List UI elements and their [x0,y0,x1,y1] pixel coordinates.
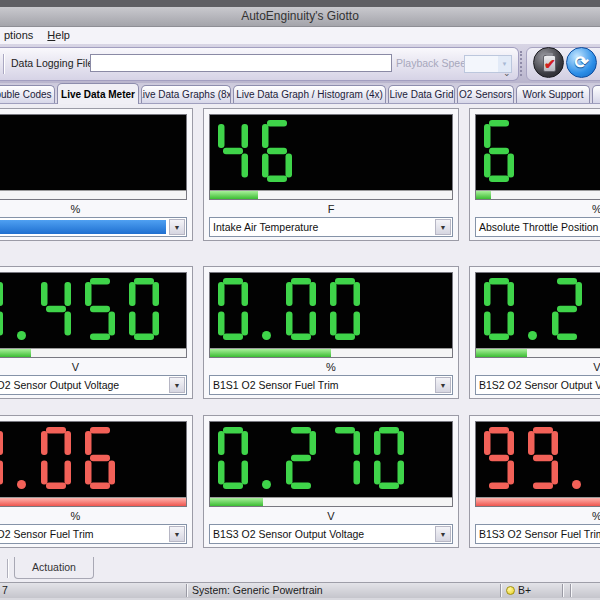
chevron-down-icon[interactable]: ▼ [435,219,451,235]
channel-select-value: B1S2 O2 Sensor Fuel Trim [0,528,93,540]
channel-select-value: B1S1 O2 Sensor Fuel Trim [213,379,338,391]
meter-panel: %B1S2 O2 Sensor Fuel Trim▼ [0,415,193,548]
meter-display [209,114,453,200]
window-top-edge [0,0,600,7]
meter-progress-track [476,190,600,199]
meter-panel: %B1S3 O2 Sensor Fuel Trim▼ [469,415,600,548]
seven-segment-value [484,427,596,489]
toolbar-grip-handle[interactable] [520,51,522,76]
meter-display [475,272,600,358]
chevron-down-icon[interactable]: ▼ [169,526,185,542]
seven-segment-value [218,120,306,182]
tab-live-data-graph-histogram-4x-[interactable]: Live Data Graph / Histogram (4x) [233,85,386,103]
meter-progress-fill [476,349,527,357]
tab-work-support[interactable]: Work Support [516,85,590,103]
meter-panel: VB1S1 O2 Sensor Output Voltage▼ [0,266,193,399]
meter-unit-label: % [0,509,187,524]
tab-live-data-grid[interactable]: Live Data Grid [388,85,455,103]
chevron-down-icon[interactable]: ▼ [169,377,185,393]
channel-select[interactable]: Intake Air Temperature▼ [209,217,453,237]
chevron-down-icon[interactable]: ▼ [435,377,451,393]
chevron-down-icon[interactable]: ▼ [435,526,451,542]
meter-progress-track [210,497,452,506]
data-logging-file-label: Data Logging File [11,57,93,69]
meter-unit-label: % [475,509,600,524]
meter-panel: %▼ [0,108,193,241]
seven-segment-value [218,278,374,340]
meter-progress-track [210,348,452,357]
meter-unit-label: V [0,360,187,375]
tab-live-data-meter[interactable]: Live Data Meter [57,83,139,104]
status-separator [186,584,187,597]
seven-segment-value [0,278,173,340]
channel-select[interactable]: Absolute Throttle Position▼ [475,217,600,237]
channel-select[interactable]: ▼ [0,217,187,237]
menu-bar: ptionsHelp [0,27,600,44]
status-separator [500,584,501,597]
meter-display [0,114,187,200]
refresh-sync-icon[interactable]: ⟳ [566,47,597,78]
meter-progress-fill [210,498,263,506]
selection-highlight [0,220,166,234]
tab-bar: Trouble CodesLive Data MeterLive Data Gr… [0,83,600,104]
tab-actuation[interactable]: Actuation [14,557,94,579]
window-title: AutoEnginuity's Giotto [241,9,359,23]
meter-display [0,421,187,507]
clipboard-check-icon[interactable]: ✔ [533,47,564,78]
meter-panel: %B1S1 O2 Sensor Fuel Trim▼ [203,266,459,399]
meter-progress-track [476,348,600,357]
toolbar-overflow-chevron-icon[interactable]: ⌄ [503,68,511,78]
channel-select[interactable]: B1S3 O2 Sensor Fuel Trim▼ [475,524,600,544]
status-bar: 7 System: Generic Powertrain B+ [0,582,600,598]
meter-panel: VB1S3 O2 Sensor Output Voltage▼ [203,415,459,548]
menu-item-ptions[interactable]: ptions [0,27,40,44]
live-data-meter-page: %▼FIntake Air Temperature▼%Absolute Thro… [0,104,600,557]
meter-display [475,114,600,200]
meter-display [475,421,600,507]
chevron-down-icon[interactable]: ▼ [169,219,185,235]
status-left-text: 7 [2,584,8,596]
meter-progress-fill [476,498,600,506]
bottom-tab-separator [7,559,8,578]
channel-select[interactable]: B1S3 O2 Sensor Output Voltage▼ [209,524,453,544]
channel-select-value: Intake Air Temperature [213,221,318,233]
meter-display [209,421,453,507]
tab-o2-sensors[interactable]: O2 Sensors [457,85,514,103]
meter-progress-fill [476,191,491,199]
status-system-text: System: Generic Powertrain [192,584,323,596]
meter-progress-track [0,497,186,506]
meter-progress-fill [0,498,186,506]
tab-trouble-codes[interactable]: Trouble Codes [0,85,55,103]
meter-progress-track [0,348,186,357]
channel-select-value: B1S3 O2 Sensor Output Voltage [213,528,364,540]
meter-panel: VB1S2 O2 Sensor Output Voltage▼ [469,266,600,399]
meter-progress-fill [210,191,258,199]
meter-progress-track [0,190,186,199]
toolbar-separator [3,54,4,74]
channel-select-value: B1S1 O2 Sensor Output Voltage [0,379,119,391]
channel-select[interactable]: B1S1 O2 Sensor Fuel Trim▼ [209,375,453,395]
status-separator [570,584,571,597]
battery-label: B+ [518,584,531,596]
meter-unit-label: V [209,509,453,524]
channel-select[interactable]: B1S1 O2 Sensor Output Voltage▼ [0,375,187,395]
red-check-glyph: ✔ [544,56,556,72]
title-bar: AutoEnginuity's Giotto [0,7,600,27]
data-logging-file-input[interactable] [90,54,392,72]
channel-select-value: Absolute Throttle Position [479,221,598,233]
app-window: AutoEnginuity's Giotto ptionsHelp Data L… [0,0,600,600]
meter-progress-fill [210,349,331,357]
meter-unit-label: % [475,202,600,217]
seven-segment-value [218,427,418,489]
meter-panel: %Absolute Throttle Position▼ [469,108,600,241]
channel-select[interactable]: B1S2 O2 Sensor Output Voltage▼ [475,375,600,395]
meter-unit-label: F [209,202,453,217]
meter-unit-label: % [0,202,187,217]
menu-item-help[interactable]: Help [40,27,77,44]
meter-display [0,272,187,358]
tab-live-data-graphs-8x-[interactable]: Live Data Graphs (8x) [141,85,231,103]
playback-speed-label: Playback Speed [396,57,472,69]
channel-select[interactable]: B1S2 O2 Sensor Fuel Trim▼ [0,524,187,544]
tab-edge[interactable] [592,85,600,103]
meter-display [209,272,453,358]
